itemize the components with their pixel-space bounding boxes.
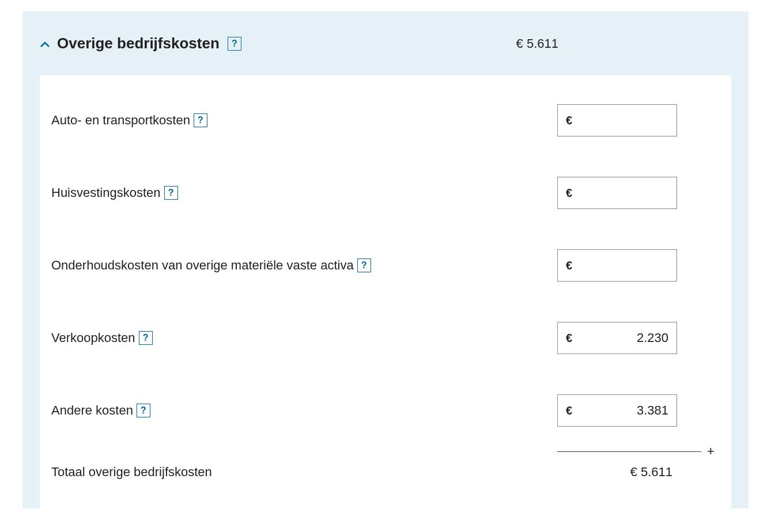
help-icon[interactable]: ?: [194, 113, 207, 127]
label-wrap: Verkoopkosten ?: [51, 330, 557, 345]
panel-title: Overige bedrijfskosten: [57, 35, 220, 52]
euro-symbol: €: [566, 187, 572, 200]
amount-input[interactable]: [572, 403, 668, 418]
total-row: Totaal overige bedrijfskosten € 5.611: [51, 465, 714, 480]
help-icon[interactable]: ?: [164, 186, 178, 200]
amount-input[interactable]: [572, 330, 668, 345]
help-icon[interactable]: ?: [139, 331, 153, 345]
form-row-verkoop: Verkoopkosten ? €: [51, 322, 714, 354]
input-col: €: [557, 177, 701, 209]
input-wrap: €: [557, 322, 677, 354]
euro-symbol: €: [566, 259, 572, 272]
help-icon[interactable]: ?: [137, 404, 150, 417]
input-col: €: [557, 104, 701, 136]
amount-input[interactable]: [572, 113, 668, 128]
plus-icon: +: [707, 444, 714, 459]
label-wrap: Huisvestingskosten ?: [51, 185, 557, 200]
label-wrap: Auto- en transportkosten ?: [51, 113, 557, 128]
panel-header[interactable]: Overige bedrijfskosten ? € 5.611: [22, 12, 749, 75]
panel-body: Auto- en transportkosten ? € Huisvesting…: [40, 75, 731, 508]
input-wrap: €: [557, 249, 677, 282]
input-col: €: [557, 322, 701, 354]
label-wrap: Onderhoudskosten van overige materiële v…: [51, 258, 557, 273]
euro-symbol: €: [566, 404, 572, 417]
euro-symbol: €: [566, 114, 572, 127]
panel-header-amount: € 5.611: [516, 36, 731, 51]
total-label: Totaal overige bedrijfskosten: [51, 465, 557, 480]
form-label: Auto- en transportkosten: [51, 113, 190, 128]
form-row-andere: Andere kosten ? €: [51, 394, 714, 427]
input-wrap: €: [557, 104, 677, 136]
label-wrap: Andere kosten ?: [51, 403, 557, 418]
form-label: Verkoopkosten: [51, 330, 135, 345]
sum-line: [557, 451, 701, 452]
collapsible-panel: Overige bedrijfskosten ? € 5.611 Auto- e…: [22, 12, 749, 508]
sum-line-row: +: [51, 444, 714, 459]
input-wrap: €: [557, 394, 677, 427]
form-label: Andere kosten: [51, 403, 133, 418]
help-icon[interactable]: ?: [228, 37, 241, 51]
total-amount: € 5.611: [557, 465, 701, 480]
form-label: Onderhoudskosten van overige materiële v…: [51, 258, 354, 273]
input-wrap: €: [557, 177, 677, 209]
input-col: €: [557, 394, 701, 427]
chevron-up-icon: [40, 37, 50, 50]
help-icon[interactable]: ?: [357, 259, 371, 272]
form-row-huisvesting: Huisvestingskosten ? €: [51, 177, 714, 209]
amount-input[interactable]: [572, 185, 668, 200]
amount-input[interactable]: [572, 258, 668, 273]
form-row-onderhoud: Onderhoudskosten van overige materiële v…: [51, 249, 714, 282]
form-label: Huisvestingskosten: [51, 185, 161, 200]
form-row-auto-transport: Auto- en transportkosten ? €: [51, 104, 714, 136]
input-col: €: [557, 249, 701, 282]
euro-symbol: €: [566, 332, 572, 345]
